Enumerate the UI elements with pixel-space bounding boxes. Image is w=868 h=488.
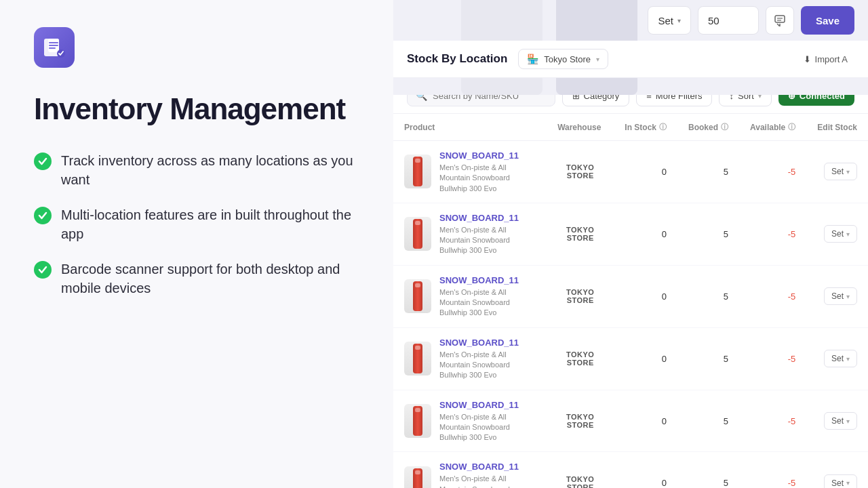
edit-stock-cell-5: Set ▾ [806,452,868,488]
edit-stock-cell-0: Set ▾ [806,141,868,203]
table-row: SNOW_BOARD_11 Men's On-piste & All Mount… [393,141,868,203]
product-desc-1: Men's On-piste & All Mountain Snowboard … [439,226,510,255]
available-cell-0: -5 [739,141,806,203]
col-booked: Booked ⓘ [677,114,739,141]
set-row-label-0: Set [831,167,844,176]
table-row: SNOW_BOARD_11 Men's On-piste & All Mount… [393,327,868,390]
available-info-icon: ⓘ [788,122,795,132]
booked-cell-1: 5 [677,203,739,265]
right-panel: Set ▾ Save Stock By Location 🏪 Tokyo Sto… [393,0,868,488]
col-edit-stock: Edit Stock [806,114,868,141]
app-logo [34,27,75,68]
warehouse-name-3: TOKYO STORE [557,350,603,367]
product-sku-0: SNOW_BOARD_11 [439,150,536,161]
product-image-0 [404,155,431,188]
product-cell-1: SNOW_BOARD_11 Men's On-piste & All Mount… [393,203,547,265]
in-stock-cell-4: 0 [614,390,677,452]
logo-icon [43,36,66,59]
product-info-0: SNOW_BOARD_11 Men's On-piste & All Mount… [439,150,536,193]
set-row-button-1[interactable]: Set ▾ [824,225,857,243]
set-dropdown[interactable]: Set ▾ [648,6,691,35]
chevron-down-icon: ▾ [677,17,681,24]
booked-cell-2: 5 [677,265,739,327]
set-row-label-4: Set [831,416,844,426]
warehouse-cell-5: TOKYO STORE [547,452,614,488]
booked-cell-0: 5 [677,141,739,203]
location-chevron-icon: ▾ [596,56,599,63]
set-row-chevron-icon-4: ▾ [846,418,850,425]
product-info-5: SNOW_BOARD_11 Men's On-piste & All Mount… [439,462,536,488]
set-row-label-5: Set [831,479,844,488]
edit-stock-cell-3: Set ▾ [806,327,868,390]
booked-cell-5: 5 [677,452,739,488]
stock-title: Stock By Location [407,52,507,66]
booked-cell-3: 5 [677,327,739,390]
available-cell-3: -5 [739,327,806,390]
table-row: SNOW_BOARD_11 Men's On-piste & All Mount… [393,265,868,327]
product-desc-2: Men's On-piste & All Mountain Snowboard … [439,288,510,317]
set-row-button-5[interactable]: Set ▾ [824,474,857,488]
comment-icon [774,14,786,26]
quantity-input[interactable] [698,6,759,35]
comment-button[interactable] [766,6,794,35]
location-selector[interactable]: 🏪 Tokyo Store ▾ [518,49,608,69]
in-stock-info-icon: ⓘ [659,122,667,132]
booked-info-icon: ⓘ [721,122,728,132]
left-panel: Inventory Management Track inventory acr… [0,0,393,488]
feature-text-1: Track inventory across as many locations… [61,151,359,189]
warehouse-cell-2: TOKYO STORE [547,265,614,327]
set-row-label-1: Set [831,229,844,239]
edit-stock-cell-2: Set ▾ [806,265,868,327]
product-sku-5: SNOW_BOARD_11 [439,462,536,472]
import-button[interactable]: ⬇ Import A [797,50,854,68]
warehouse-cell-0: TOKYO STORE [547,141,614,203]
save-button[interactable]: Save [801,6,854,35]
available-cell-4: -5 [739,390,806,452]
set-row-button-2[interactable]: Set ▾ [824,287,857,305]
import-label: Import A [815,54,848,64]
set-row-chevron-icon-2: ▾ [846,293,850,300]
set-row-button-0[interactable]: Set ▾ [824,163,857,180]
set-row-chevron-icon-1: ▾ [846,230,850,238]
product-image-4 [404,404,431,438]
col-product: Product [393,114,547,141]
location-name: Tokyo Store [544,54,591,64]
warehouse-cell-3: TOKYO STORE [547,327,614,390]
product-desc-3: Men's On-piste & All Mountain Snowboard … [439,350,510,380]
product-desc-0: Men's On-piste & All Mountain Snowboard … [439,163,510,192]
product-sku-2: SNOW_BOARD_11 [439,275,536,285]
in-stock-cell-5: 0 [614,452,677,488]
warehouse-name-0: TOKYO STORE [557,163,603,180]
table-row: SNOW_BOARD_11 Men's On-piste & All Mount… [393,452,868,488]
product-info-3: SNOW_BOARD_11 Men's On-piste & All Mount… [439,338,536,380]
edit-stock-cell-1: Set ▾ [806,203,868,265]
available-cell-1: -5 [739,203,806,265]
set-label: Set [658,15,673,26]
product-image-2 [404,279,431,313]
set-row-button-3[interactable]: Set ▾ [824,350,857,367]
product-image-1 [404,217,431,251]
set-row-label-3: Set [831,354,844,363]
product-info-4: SNOW_BOARD_11 Men's On-piste & All Mount… [439,400,536,443]
product-sku-4: SNOW_BOARD_11 [439,400,536,410]
svg-rect-3 [775,16,785,22]
set-row-label-2: Set [831,291,844,301]
col-in-stock: In Stock ⓘ [614,114,677,141]
warehouse-cell-1: TOKYO STORE [547,203,614,265]
product-info-2: SNOW_BOARD_11 Men's On-piste & All Mount… [439,275,536,318]
col-warehouse: Warehouse [547,114,614,141]
in-stock-cell-2: 0 [614,265,677,327]
table-row: SNOW_BOARD_11 Men's On-piste & All Mount… [393,390,868,452]
set-row-button-4[interactable]: Set ▾ [824,412,857,430]
product-cell-5: SNOW_BOARD_11 Men's On-piste & All Mount… [393,452,547,488]
available-cell-2: -5 [739,265,806,327]
set-row-chevron-icon-5: ▾ [846,479,850,487]
warehouse-name-2: TOKYO STORE [557,288,603,304]
feature-list: Track inventory across as many locations… [34,151,359,298]
product-image-3 [404,342,431,375]
available-cell-5: -5 [739,452,806,488]
product-desc-5: Men's On-piste & All Mountain Snowboard … [439,474,510,488]
product-cell-0: SNOW_BOARD_11 Men's On-piste & All Mount… [393,141,547,203]
set-row-chevron-icon-3: ▾ [846,355,850,363]
product-cell-3: SNOW_BOARD_11 Men's On-piste & All Mount… [393,327,547,390]
